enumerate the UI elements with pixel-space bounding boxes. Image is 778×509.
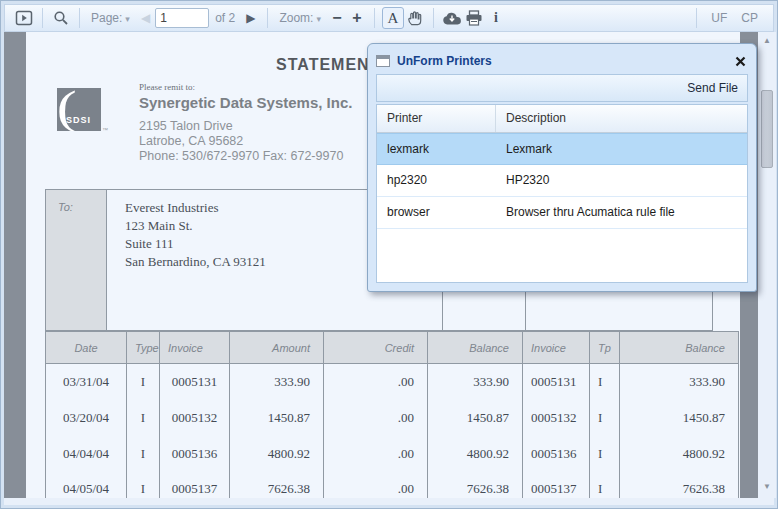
recipient-line: Suite 111 <box>125 235 266 253</box>
zoom-dropdown-chevron-icon[interactable]: ▾ <box>316 14 321 24</box>
cloud-download-icon <box>442 11 462 26</box>
cp-button[interactable]: CP <box>741 11 758 25</box>
statement-table-cell: 7626.38 <box>230 472 324 499</box>
statement-column-header: Date <box>46 332 127 364</box>
pan-tool-button[interactable] <box>404 7 426 29</box>
dialog-toolbar: Send File <box>376 74 748 102</box>
statement-table-row: 04/04/04I00051364800.92.004800.920005136… <box>46 436 739 472</box>
unform-viewer-window: Page: ▾ ◀ of 2 ▶ Zoom: ▾ − + A <box>0 0 778 509</box>
printer-name-cell[interactable]: browser <box>377 197 496 228</box>
statement-table-cell: 333.90 <box>428 364 523 400</box>
text-select-tool-button[interactable]: A <box>382 7 404 29</box>
send-file-button[interactable]: Send File <box>687 81 738 95</box>
printer-description-cell[interactable]: Lexmark <box>496 134 747 164</box>
statement-table-cell: 1450.87 <box>428 400 523 436</box>
window-icon <box>376 55 390 67</box>
page-number-input[interactable] <box>155 8 209 28</box>
statement-table-cell: 4800.92 <box>620 436 739 472</box>
info-button[interactable]: i <box>485 7 507 29</box>
search-icon <box>53 10 69 26</box>
statement-table-cell: 7626.38 <box>620 472 739 499</box>
recipient-address: Everest Industries 123 Main St. Suite 11… <box>125 199 266 271</box>
statement-table-cell: 1450.87 <box>230 400 324 436</box>
toolbar: Page: ▾ ◀ of 2 ▶ Zoom: ▾ − + A <box>4 4 774 32</box>
statement-table-cell: 03/20/04 <box>46 400 127 436</box>
printer-name-cell[interactable]: lexmark <box>377 134 496 164</box>
printers-grid: Printer Description lexmarkLexmarkhp2320… <box>376 104 748 283</box>
logo-text: SDSI <box>66 115 91 125</box>
zoom-in-button[interactable]: + <box>347 9 367 27</box>
separator <box>433 8 434 28</box>
printer-row-browser[interactable]: browserBrowser thru Acumatica rule file <box>377 197 747 229</box>
trademark-symbol: ™ <box>102 127 108 133</box>
recipient-line: San Bernardino, CA 93121 <box>125 253 266 271</box>
statement-table-cell: 0005136 <box>160 436 230 472</box>
scrollbar-thumb[interactable] <box>761 90 773 168</box>
company-address1: 2195 Talon Drive <box>139 119 233 133</box>
separator <box>267 8 268 28</box>
next-page-button[interactable]: ▶ <box>246 11 255 25</box>
scroll-up-arrow-icon[interactable]: ▲ <box>758 34 776 48</box>
separator <box>696 8 697 28</box>
sidebar-toggle-button[interactable] <box>13 7 35 29</box>
statement-table-cell: I <box>127 472 160 499</box>
printers-grid-body: lexmarkLexmarkhp2320HP2320browserBrowser… <box>377 133 747 229</box>
printer-row-lexmark[interactable]: lexmarkLexmark <box>377 133 747 165</box>
recipient-line: Everest Industries <box>125 199 266 217</box>
statement-table-cell: .00 <box>324 472 428 499</box>
zoom-label: Zoom: <box>279 11 313 25</box>
statement-table-cell: 7626.38 <box>428 472 523 499</box>
separator <box>374 8 375 28</box>
vertical-scrollbar[interactable]: ▲ ▼ <box>758 32 776 498</box>
statement-table-cell: 4800.92 <box>428 436 523 472</box>
statement-table-row: 03/20/04I00051321450.87.001450.870005132… <box>46 400 739 436</box>
separator <box>42 8 43 28</box>
statement-table-cell: I <box>590 364 620 400</box>
statement-table-cell: 0005137 <box>160 472 230 499</box>
company-address2: Latrobe, CA 95682 <box>139 134 243 148</box>
separator <box>79 8 80 28</box>
printers-grid-header: Printer Description <box>377 105 747 133</box>
dialog-titlebar[interactable]: UnForm Printers <box>376 48 748 74</box>
statement-table-row: 03/31/04I0005131333.90.00333.900005131I3… <box>46 364 739 400</box>
uf-button[interactable]: UF <box>711 11 727 25</box>
search-button[interactable] <box>50 7 72 29</box>
statement-table-cell: 4800.92 <box>230 436 324 472</box>
statement-table-cell: 04/04/04 <box>46 436 127 472</box>
download-button[interactable] <box>441 7 463 29</box>
statement-table-cell: 333.90 <box>620 364 739 400</box>
statement-table-cell: .00 <box>324 436 428 472</box>
previous-page-button[interactable]: ◀ <box>141 11 150 25</box>
statement-table-cell: .00 <box>324 400 428 436</box>
description-column-header[interactable]: Description <box>496 105 747 132</box>
dialog-title: UnForm Printers <box>397 54 732 68</box>
printer-description-cell[interactable]: Browser thru Acumatica rule file <box>496 197 747 228</box>
page-dropdown-chevron-icon[interactable]: ▾ <box>125 14 130 24</box>
page-count-label: of 2 <box>215 11 235 25</box>
printer-description-cell[interactable]: HP2320 <box>496 165 747 196</box>
statement-column-header: Balance <box>428 332 523 364</box>
print-button[interactable] <box>463 7 485 29</box>
statement-table-cell: 03/31/04 <box>46 364 127 400</box>
statement-column-header: Tp <box>590 332 620 364</box>
printer-icon <box>465 10 483 26</box>
statement-table-cell: I <box>590 400 620 436</box>
company-name: Synergetic Data Systems, Inc. <box>139 94 352 111</box>
close-icon[interactable] <box>732 53 748 69</box>
statement-table-cell: 0005137 <box>523 472 590 499</box>
printer-row-hp2320[interactable]: hp2320HP2320 <box>377 165 747 197</box>
statement-table-cell: I <box>127 364 160 400</box>
zoom-out-button[interactable]: − <box>327 9 347 27</box>
statement-table-cell: 1450.87 <box>620 400 739 436</box>
statement-table-cell: 0005132 <box>523 400 590 436</box>
printer-name-cell[interactable]: hp2320 <box>377 165 496 196</box>
statement-table-cell: 0005131 <box>160 364 230 400</box>
printer-column-header[interactable]: Printer <box>377 105 496 132</box>
statement-table-cell: I <box>127 436 160 472</box>
statement-table-cell: 333.90 <box>230 364 324 400</box>
company-phone-fax: Phone: 530/672-9970 Fax: 672-9970 <box>139 149 343 163</box>
statement-table-cell: 0005132 <box>160 400 230 436</box>
hand-icon <box>407 10 422 26</box>
scroll-down-arrow-icon[interactable]: ▼ <box>758 480 776 494</box>
statement-table-cell: I <box>127 400 160 436</box>
